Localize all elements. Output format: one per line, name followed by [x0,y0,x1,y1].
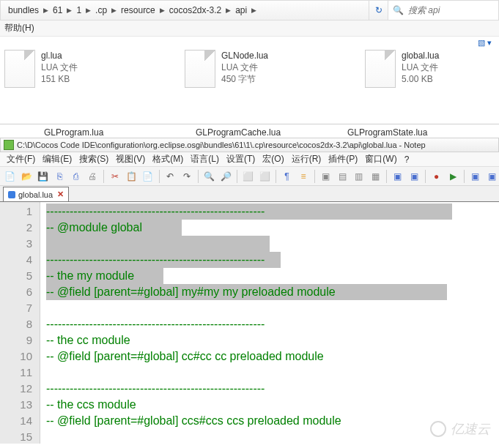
menu-item[interactable]: 设置(T) [223,153,259,165]
breadcrumb-item[interactable]: resource [118,5,158,15]
toolbar-button[interactable]: ⬜ [241,169,256,184]
menu-item[interactable]: 编辑(E) [39,153,75,165]
toolbar-button[interactable]: ▤ [335,169,350,184]
toolbar-separator [464,170,465,183]
toolbar-separator [386,170,387,183]
line-gutter: 123456789101112131415 [0,202,40,444]
file-icon [185,50,215,88]
toolbar-button[interactable]: 🖨 [86,169,100,184]
file-name[interactable]: GLProgramState.lua [347,127,499,138]
toolbar-button[interactable]: ⎙ [69,169,84,184]
file-tile[interactable]: global.luaLUA 文件5.00 KB [365,50,499,88]
toolbar-separator [276,170,276,183]
toolbar-separator [314,170,315,183]
breadcrumb-item[interactable]: 61 [50,5,65,15]
help-menu[interactable]: 帮助(H) [4,22,34,34]
menu-item[interactable]: 视图(V) [112,153,149,165]
toolbar-button[interactable]: ≡ [296,169,311,184]
menu-item[interactable]: ? [401,154,413,165]
toolbar-button[interactable]: 💾 [36,169,51,184]
unsaved-icon [8,191,15,198]
toolbar-button[interactable]: 🔍 [202,169,217,184]
toolbar-separator [159,170,160,183]
toolbar: 📄📂💾⎘⎙🖨✂📋📄↶↷🔍🔎⬜⬜¶≡▣▤▥▦▣▣●▶▣▣ [0,167,499,186]
file-name[interactable]: GLProgram.lua [44,127,196,138]
chevron-right-icon: ▶ [84,7,92,14]
breadcrumb-item[interactable]: api [232,5,250,15]
menu-item[interactable]: 插件(P) [325,153,361,165]
toolbar-separator [198,170,199,183]
refresh-button[interactable]: ↻ [369,1,388,20]
file-name[interactable]: GLProgramCache.lua [196,127,347,138]
tab-close-button[interactable]: ✕ [57,190,64,199]
toolbar-button[interactable]: ¶ [280,169,295,184]
toolbar-separator [103,170,104,183]
window-title: C:\D\Cocos Code IDE\configuration\org.ec… [0,138,499,152]
menu-item[interactable]: 宏(O) [259,153,287,165]
breadcrumb-item[interactable]: cocos2dx-3.2 [166,5,224,15]
toolbar-button[interactable]: ↶ [163,169,178,184]
code-area[interactable]: ----------------------------------------… [40,202,499,444]
toolbar-button[interactable]: ▣ [391,169,405,184]
toolbar-button[interactable]: ▥ [352,169,366,184]
search-box[interactable]: 🔍 [388,1,498,20]
toolbar-button[interactable]: ▣ [485,169,499,184]
menu-item[interactable]: 语言(L) [187,153,223,165]
menu-item[interactable]: 窗口(W) [361,153,400,165]
search-input[interactable] [408,5,498,15]
breadcrumb-item[interactable]: 1 [73,5,84,15]
toolbar-button[interactable]: 📄 [3,169,18,184]
toolbar-button[interactable]: ▣ [468,169,483,184]
toolbar-button[interactable]: ● [429,169,444,184]
file-icon [4,50,35,88]
breadcrumb-item[interactable]: bundles [5,5,42,15]
code-line: -- the my module [40,268,499,284]
watermark-logo [430,421,446,437]
code-line: -- @module global [40,220,499,236]
truncated-files: GLProgram.luaGLProgramCache.luaGLProgram… [0,124,499,138]
app-icon [4,140,14,150]
view-dropdown[interactable]: ▧ ▾ [478,38,492,48]
toolbar-button[interactable]: ⬜ [257,169,272,184]
toolbar-button[interactable]: ⎘ [53,169,67,184]
file-tab[interactable]: global.lua ✕ [3,187,69,201]
search-icon: 🔍 [393,5,408,15]
tab-bar: global.lua ✕ [0,186,499,202]
watermark: 亿速云 [430,420,490,438]
file-explorer: ▧ ▾ gl.luaLUA 文件151 KBGLNode.luaLUA 文件45… [0,37,499,124]
chevron-right-icon: ▶ [110,7,118,14]
toolbar-button[interactable]: 📂 [20,169,34,184]
toolbar-button[interactable]: ▶ [446,169,461,184]
chevron-right-icon: ▶ [250,7,258,14]
code-line: -- the cc module [40,332,499,348]
menu-item[interactable]: 搜索(S) [75,153,112,165]
file-tile[interactable]: GLNode.luaLUA 文件450 字节 [185,50,346,88]
toolbar-button[interactable]: 📋 [125,169,139,184]
menu-item[interactable]: 格式(M) [149,153,187,165]
code-line: -- @field [parent=#global] cc#cc cc prel… [40,348,499,365]
menu-item[interactable]: 运行(R) [288,153,325,165]
code-line: ----------------------------------------… [40,381,499,397]
breadcrumb-item[interactable]: .cp [92,5,110,15]
file-tile[interactable]: gl.luaLUA 文件151 KB [4,50,166,88]
toolbar-button[interactable]: ✂ [108,169,122,184]
code-line [40,300,499,316]
toolbar-button[interactable]: ↷ [180,169,194,184]
chevron-right-icon: ▶ [224,7,232,14]
toolbar-button[interactable]: ▣ [407,169,421,184]
tab-label: global.lua [18,190,53,199]
menu-item[interactable]: 文件(F) [3,153,39,165]
toolbar-button[interactable]: ▣ [319,169,333,184]
toolbar-button[interactable]: ▦ [368,169,382,184]
code-editor[interactable]: 123456789101112131415 ------------------… [0,202,499,444]
menu-bar: 文件(F)编辑(E)搜索(S)视图(V)格式(M)语言(L)设置(T)宏(O)运… [0,152,499,167]
toolbar-button[interactable]: 📄 [141,169,155,184]
file-icon [365,50,396,88]
toolbar-separator [425,170,426,183]
code-line [40,365,499,381]
chevron-right-icon: ▶ [158,7,166,14]
toolbar-separator [237,170,237,183]
chevron-right-icon: ▶ [65,7,73,14]
chevron-right-icon: ▶ [42,7,50,14]
toolbar-button[interactable]: 🔎 [218,169,233,184]
